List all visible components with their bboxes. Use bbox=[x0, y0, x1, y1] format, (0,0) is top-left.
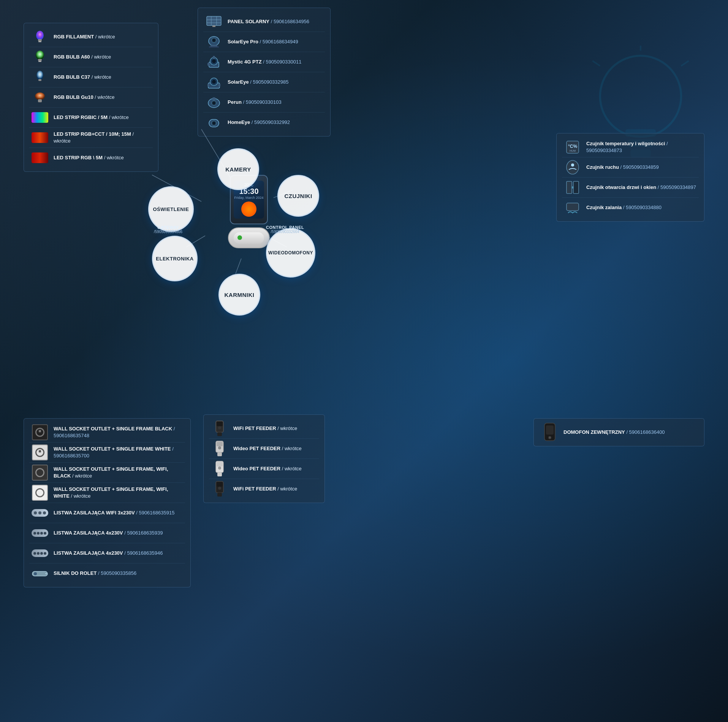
camera-item-text: PANEL SOLARNY / 5906168634956 bbox=[228, 18, 309, 25]
svg-rect-23 bbox=[209, 46, 219, 48]
svg-rect-70 bbox=[217, 452, 222, 456]
flood-sensor-icon bbox=[563, 200, 582, 215]
svg-rect-74 bbox=[217, 473, 222, 476]
electronics-panel: WALL SOCKET OUTLET + SINGLE FRAME BLACK … bbox=[24, 418, 191, 587]
camera-item-text: SolarEye Pro / 5906168634949 bbox=[228, 38, 298, 45]
temp-sensor-icon: °C%HUM bbox=[563, 140, 582, 154]
power-strip-4x-b-icon bbox=[31, 546, 49, 560]
svg-point-49 bbox=[35, 92, 45, 100]
rgb-bulb-c37-icon bbox=[31, 70, 49, 84]
led-strip-rgb-icon bbox=[31, 151, 49, 165]
lighting-item-bulb-a60: RGB BULB A60 / wkrótce bbox=[29, 47, 153, 67]
svg-point-21 bbox=[213, 39, 215, 41]
hub-czujniki: CZUJNIKI bbox=[277, 175, 319, 217]
svg-point-54 bbox=[567, 160, 579, 174]
sensor-flood-text: Czujnik zalania / 5905090334880 bbox=[586, 204, 662, 211]
svg-rect-78 bbox=[217, 493, 222, 497]
svg-point-6 bbox=[600, 56, 681, 137]
svg-rect-13 bbox=[207, 16, 221, 25]
electronics-strip-4x-b-text: LISTWA ZASILAJĄCA 4x230V / 5906168635946 bbox=[54, 550, 163, 557]
feeder-item-video-1: Wideo PET FEEDER / wkrótce bbox=[209, 439, 319, 459]
wifi-feeder-2-icon bbox=[210, 482, 229, 496]
power-strip-4x-a-icon bbox=[31, 526, 49, 540]
electronics-socket-white-text: WALL SOCKET OUTLET + SINGLE FRAME WHITE … bbox=[54, 446, 184, 459]
lighting-item-bulb-gu10: RGB BULB Gu10 / wkrótce bbox=[29, 87, 153, 108]
electronics-item-strip-4x230-b: LISTWA ZASILAJĄCA 4x230V / 5906168635946 bbox=[29, 543, 185, 563]
rgb-filament-icon bbox=[31, 30, 49, 44]
camera-item-text: Mystic 4G PTZ / 5905090330011 bbox=[228, 59, 301, 65]
lighting-strip-rgb-cct-text: LED STRIP RGB+CCT / 10M; 15M / wkrótce bbox=[54, 131, 151, 144]
motion-sensor-icon bbox=[563, 160, 582, 175]
svg-rect-56 bbox=[567, 181, 572, 194]
date-display: Friday, March 2024 bbox=[234, 196, 264, 200]
camera-item-text: HomeEye / 5905090332992 bbox=[228, 119, 290, 126]
wifi-feeder-1-icon bbox=[210, 421, 229, 436]
svg-point-73 bbox=[218, 467, 221, 470]
camera-item-perun: Perun / 5905090330103 bbox=[203, 92, 325, 113]
lighting-item-bulb-c37: RGB BULB C37 / wkrótce bbox=[29, 67, 153, 87]
svg-rect-76 bbox=[217, 482, 223, 487]
electronics-motor-text: SILNIK DO ROLET / 5905090335856 bbox=[54, 570, 136, 577]
feeder-video-2-text: Wideo PET FEEDER / wkrótce bbox=[233, 465, 302, 472]
lighting-filament-text: RGB FILLAMENT / wkrótce bbox=[54, 33, 115, 40]
svg-rect-57 bbox=[573, 181, 579, 194]
electronics-socket-black-text: WALL SOCKET OUTLET + SINGLE FRAME BLACK … bbox=[54, 425, 184, 439]
sensor-item-motion: Czujnik ruchu / 5905090334859 bbox=[562, 157, 699, 178]
electronics-socket-black-wifi-text: WALL SOCKET OUTLET + SINGLE FRAME, WIFI,… bbox=[54, 466, 184, 479]
rgb-bulb-a60-icon bbox=[31, 50, 49, 64]
svg-point-44 bbox=[36, 51, 44, 60]
svg-rect-72 bbox=[217, 462, 223, 467]
feeder-video-1-text: Wideo PET FEEDER / wkrótce bbox=[233, 445, 302, 452]
lighting-bulb-c37-text: RGB BULB C37 / wkrótce bbox=[54, 74, 111, 81]
doorbell-icon bbox=[541, 425, 559, 440]
camera-panel: PANEL SOLARNY / 5906168634956 SolarEye P… bbox=[198, 8, 331, 136]
sensor-motion-text: Czujnik ruchu / 5905090334859 bbox=[586, 164, 659, 171]
camera-item-text: Perun / 5905090330103 bbox=[228, 99, 282, 106]
lighting-item-strip-rgbic: LED STRIP RGBIC / 5M / wkrótce bbox=[29, 108, 153, 128]
svg-point-31 bbox=[212, 80, 216, 84]
hub-elektronika: ELEKTRONIKA bbox=[152, 236, 198, 281]
solar-panel-icon bbox=[205, 14, 223, 29]
electronics-strip-wifi-3x-text: LISTWA ZASILAJĄCA WIFI 3x230V / 59061686… bbox=[54, 509, 174, 516]
svg-point-41 bbox=[36, 31, 44, 40]
electronics-item-motor: SILNIK DO ROLET / 5905090335856 bbox=[29, 563, 185, 583]
electronics-item-socket-white: WALL SOCKET OUTLET + SINGLE FRAME WHITE … bbox=[29, 443, 185, 463]
svg-rect-45 bbox=[38, 59, 42, 61]
svg-rect-64 bbox=[217, 422, 223, 426]
feeder-item-wifi-1: WiFi PET FEEDER / wkrótce bbox=[209, 419, 319, 439]
svg-rect-48 bbox=[38, 79, 41, 81]
lighting-bulb-gu10-text: RGB BULB Gu10 / wkrótce bbox=[54, 94, 114, 101]
electronics-item-socket-black-wifi: WALL SOCKET OUTLET + SINGLE FRAME, WIFI,… bbox=[29, 463, 185, 483]
sensor-item-flood: Czujnik zalania / 5905090334880 bbox=[562, 198, 699, 217]
lighting-item-strip-rgb-cct: LED STRIP RGB+CCT / 10M; 15M / wkrótce bbox=[29, 128, 153, 148]
svg-rect-59 bbox=[567, 203, 579, 211]
camera-icon bbox=[205, 75, 223, 89]
svg-point-55 bbox=[571, 163, 574, 167]
motor-icon bbox=[31, 566, 49, 581]
svg-rect-80 bbox=[546, 425, 554, 435]
electronics-strip-4x-a-text: LISTWA ZASILAJĄCA 4x230V / 5906168635939 bbox=[54, 530, 163, 536]
svg-text:HUM: HUM bbox=[570, 149, 576, 152]
lighting-item-strip-rgb: LED STRIP RGB \ 5M / wkrótce bbox=[29, 148, 153, 168]
svg-point-77 bbox=[218, 487, 221, 490]
sensor-item-door: Czujnik otwarcia drzwi i okien / 5905090… bbox=[562, 178, 699, 198]
gateway-device bbox=[228, 227, 270, 248]
svg-point-26 bbox=[212, 59, 216, 63]
electronics-item-strip-wifi-3x230: LISTWA ZASILAJĄCA WIFI 3x230V / 59061686… bbox=[29, 503, 185, 523]
svg-line-4 bbox=[236, 259, 241, 274]
socket-white-icon bbox=[31, 445, 49, 460]
svg-point-40 bbox=[213, 122, 215, 124]
svg-rect-46 bbox=[38, 61, 41, 62]
led-strip-rgb-cct-icon bbox=[31, 130, 49, 145]
hub-kamery: KAMERY bbox=[217, 148, 259, 190]
panel-orange-circle bbox=[241, 202, 256, 217]
camera-item-text: SolarEye / 5905090332985 bbox=[228, 79, 289, 86]
feeder-wifi-2-text: WiFi PET FEEDER / wkrótce bbox=[233, 486, 297, 492]
videophone-panel: DOMOFON ZEWNĘTRZNY / 5906168636400 bbox=[533, 418, 704, 446]
video-feeder-2-icon bbox=[210, 462, 229, 476]
control-panel-label: CONTROL PANEL /5905090332664 bbox=[266, 225, 304, 234]
video-feeder-1-icon bbox=[210, 441, 229, 456]
svg-text:°C%: °C% bbox=[568, 144, 577, 149]
camera-item-homeeye: HomeEye / 5905090332992 bbox=[203, 113, 325, 132]
svg-line-12 bbox=[592, 61, 600, 66]
